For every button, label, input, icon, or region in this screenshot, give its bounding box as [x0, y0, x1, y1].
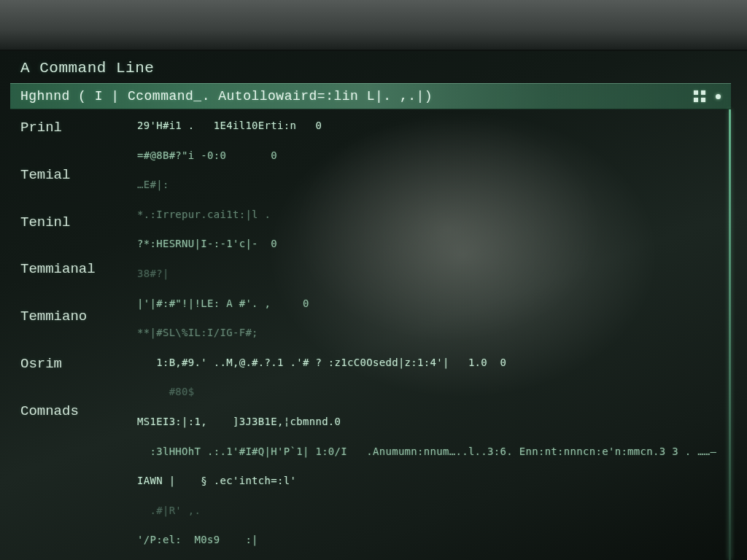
sidebar-item-label: Teninl [20, 214, 70, 230]
sidebar: Prinl Temial Teninl Temmianal Temmiano O… [20, 118, 121, 560]
sidebar-item-label: Prinl [20, 120, 62, 136]
status-bar: Hghnnd ( I | Ccommand_. Autollowaird=:li… [10, 83, 731, 109]
terminal-line: 1:B,#9.' ..M,@.#.?.1 .'# ? :z1cC0Osedd|z… [137, 355, 722, 370]
sidebar-item-commands[interactable]: Comnads [20, 403, 121, 420]
monitor-bezel [0, 0, 747, 51]
terminal-line: ?*:HESRNU|I-:-1'c|- 0 [137, 236, 722, 251]
terminal-line: …E#|: [137, 177, 722, 192]
content-area: Prinl Temial Teninl Temmianal Temmiano O… [20, 118, 722, 560]
terminal-line: 38#?| [137, 266, 722, 281]
terminal-line: *.:Irrepur.cai1t:|l . [137, 207, 722, 222]
status-bar-text: Hghnnd ( I | Ccommand_. Autollowaird=:li… [20, 89, 433, 104]
grid-icon[interactable] [694, 90, 705, 102]
sidebar-item-label: Osrim [20, 356, 62, 372]
terminal-line: '/P:el: M0s9 :| [137, 532, 722, 547]
sidebar-item-label: Temmiano [20, 308, 87, 324]
terminal-line: #80$ [137, 384, 722, 399]
window-title: A Command Line [20, 60, 154, 77]
dot-icon[interactable] [716, 94, 721, 99]
terminal-line: **|#SL\%IL:I/IG-F#; [137, 325, 722, 340]
sidebar-item-label: Temmianal [20, 261, 96, 277]
terminal-line: .#|R' ,. [137, 503, 722, 518]
sidebar-item-terminal-2[interactable]: Teninl [20, 214, 121, 231]
terminal-line: IAWN | § .ec'intch=:l' [137, 473, 722, 488]
sidebar-item-label: Temial [20, 167, 70, 183]
sidebar-item-label: Comnads [20, 403, 79, 419]
vertical-scrollbar[interactable] [729, 109, 731, 560]
sidebar-item-print[interactable]: Prinl [20, 120, 121, 136]
sidebar-item-terminal-1[interactable]: Temial [20, 167, 121, 184]
terminal-line: |'|#:#"!|!LE: A #'. , 0 [137, 296, 722, 311]
terminal-line: =#@8B#?"i -0:0 0 [137, 148, 722, 163]
terminal-output[interactable]: 29'H#i1 . 1E4il10Erti:n 0 =#@8B#?"i -0:0… [137, 118, 722, 560]
terminal-screen: A Command Line Hghnnd ( I | Ccommand_. A… [0, 51, 747, 560]
terminal-line: MS1EI3:|:1, ]3J3B1E,¦cbmnnd.0 [137, 414, 722, 429]
sidebar-item-terminal-4[interactable]: Temmiano [20, 308, 121, 325]
terminal-line: :3lHHOhT .:.1'#I#Q|H'P`1| 1:0/I .Anumumn… [137, 444, 722, 459]
terminal-line: 29'H#i1 . 1E4il10Erti:n 0 [137, 118, 722, 133]
sidebar-item-osrim[interactable]: Osrim [20, 356, 121, 373]
sidebar-item-terminal-3[interactable]: Temmianal [20, 261, 121, 278]
